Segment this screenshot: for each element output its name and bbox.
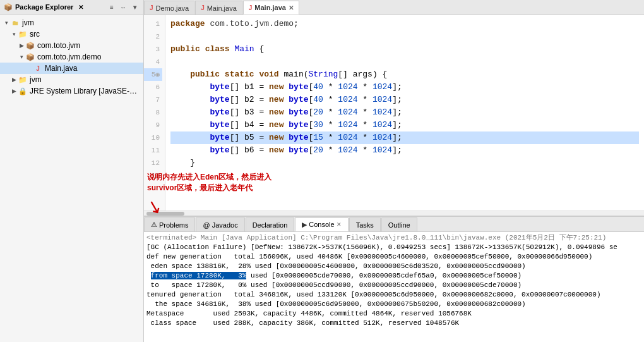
- tab-close-icon[interactable]: ✕: [289, 4, 294, 11]
- line-num-5: 5◉: [144, 68, 162, 81]
- horizontal-scrollbar[interactable]: [144, 211, 644, 216]
- tree-arrow-jre: ▶: [10, 87, 18, 95]
- line-num-8: 8: [144, 106, 162, 119]
- line-num-13: 13: [144, 169, 162, 182]
- tab-main-java-2[interactable]: J Main.java ✕: [243, 1, 299, 15]
- code-line-12: }: [170, 157, 639, 169]
- package-explorer: 📦 Package Explorer ✕ ≡ ↔ ▾ ▾ 🖿 jvm ▾ 📁 s…: [0, 0, 144, 342]
- tab-label-main1: Main.java: [207, 4, 237, 12]
- editor-tabs: J Demo.java J Main.java J Main.java ✕: [144, 0, 644, 15]
- panel-toolbar: ≡ ↔ ▾: [107, 2, 140, 12]
- code-line-11: byte[] b6 = new byte[20 * 1024 * 1024];: [170, 144, 639, 157]
- code-line-1: package com.toto.jvm.demo;: [170, 18, 639, 30]
- code-content[interactable]: package com.toto.jvm.demo; public class …: [165, 15, 644, 211]
- project-icon: 🖿: [10, 18, 20, 28]
- tab-label-main2: Main.java: [254, 4, 286, 11]
- console-line-0: [GC (Allocation Failure) [DefNew: 138672…: [146, 243, 641, 252]
- from-space-highlight: from space 17280K, 3%: [151, 272, 247, 279]
- tab-problems[interactable]: ⚠ Problems: [144, 217, 195, 231]
- tree-label-jvm2: jvm: [30, 75, 42, 84]
- view-menu-icon[interactable]: ▾: [129, 2, 140, 12]
- console-line-1: def new generation total 156096K, used 4…: [146, 252, 641, 262]
- tab-outline[interactable]: Outline: [381, 217, 417, 231]
- code-editor: 1 2 3 4 5◉ 6 7 8 9 10 11 12 13 package c…: [144, 15, 644, 211]
- package-explorer-icon: 📦: [4, 3, 13, 11]
- tree-label-main: Main.java: [45, 64, 77, 73]
- tab-label-outline: Outline: [388, 221, 410, 229]
- tab-label-javadoc: @ Javadoc: [203, 221, 237, 229]
- tab-console[interactable]: ▶ Console ✕: [295, 217, 348, 231]
- tab-tasks[interactable]: Tasks: [349, 217, 381, 231]
- tree-arrow-src: ▾: [10, 30, 18, 38]
- console-line-5: tenured generation total 346816K, used 1…: [146, 290, 641, 300]
- tab-javadoc[interactable]: @ Javadoc: [196, 217, 244, 231]
- console-output: <terminated> Main [Java Application] C:\…: [144, 232, 644, 342]
- code-line-7: byte[] b2 = new byte[40 * 1024 * 1024];: [170, 94, 639, 106]
- panel-close-icon[interactable]: ✕: [78, 4, 83, 11]
- tree-label-jre: JRE System Library [JavaSE-…: [30, 87, 137, 95]
- jre-icon: 🔒: [18, 86, 28, 96]
- line-num-7: 7: [144, 94, 162, 106]
- console-line-7: Metaspace used 2593K, capacity 4486K, co…: [146, 309, 641, 319]
- tree-item-jre[interactable]: ▶ 🔒 JRE System Library [JavaSE-…: [0, 85, 143, 97]
- collapse-all-icon[interactable]: ≡: [107, 2, 117, 12]
- tab-icon-main2: J: [249, 4, 253, 11]
- link-with-editor-icon[interactable]: ↔: [118, 2, 128, 12]
- code-line-3: public class Main {: [170, 43, 639, 56]
- tab-label-demo: Demo.java: [156, 4, 189, 12]
- console-terminated-line: <terminated> Main [Java Application] C:\…: [146, 233, 641, 243]
- tab-label-tasks: Tasks: [356, 221, 374, 229]
- code-line-13: [170, 169, 639, 182]
- src-folder-icon: 📁: [18, 29, 28, 39]
- tree-arrow-demo: ▾: [18, 53, 25, 61]
- bottom-tabs: ⚠ Problems @ Javadoc Declaration ▶ Conso…: [144, 217, 644, 232]
- tree-item-com-toto-jvm[interactable]: ▶ 📦 com.toto.jvm: [0, 40, 143, 51]
- tree-label-com-toto-jvm: com.toto.jvm: [37, 41, 80, 50]
- tree-item-src[interactable]: ▾ 📁 src: [0, 28, 143, 40]
- line-num-11: 11: [144, 144, 162, 157]
- problems-icon: ⚠: [151, 221, 157, 229]
- tree-item-jvm-folder[interactable]: ▶ 📁 jvm: [0, 74, 143, 85]
- console-close-icon[interactable]: ✕: [337, 221, 342, 228]
- package-icon-1: 📦: [25, 40, 35, 51]
- panel-title-bar: 📦 Package Explorer ✕ ≡ ↔ ▾: [0, 0, 143, 15]
- tab-label-declaration: Declaration: [253, 221, 288, 229]
- console-line-2: eden space 138816K, 28% used [0x00000005…: [146, 262, 641, 271]
- line-num-1: 1: [144, 18, 162, 30]
- right-panel: J Demo.java J Main.java J Main.java ✕ 1 …: [144, 0, 644, 342]
- console-line-6: the space 346816K, 38% used [0x00000005c…: [146, 300, 641, 309]
- tree-item-main-java[interactable]: ▶ J Main.java: [0, 63, 143, 74]
- tab-demo-java[interactable]: J Demo.java: [144, 1, 194, 15]
- code-line-2: [170, 30, 639, 43]
- code-line-4: [170, 56, 639, 68]
- tab-declaration[interactable]: Declaration: [246, 217, 295, 231]
- line-num-10: 10: [144, 131, 162, 144]
- console-icon: ▶: [302, 221, 307, 229]
- console-line-3: from space 17280K, 3% used [0x00000005cd…: [146, 271, 641, 281]
- tree-label-jvm: jvm: [22, 18, 34, 27]
- tab-label-problems: Problems: [159, 221, 188, 229]
- line-num-3: 3: [144, 43, 162, 56]
- tab-icon-demo: J: [150, 4, 153, 11]
- tree-label-demo: com.toto.jvm.demo: [37, 52, 101, 61]
- line-num-4: 4: [144, 56, 162, 68]
- tree-arrow-jvm: ▾: [3, 19, 10, 27]
- jvm-folder-icon: 📁: [18, 75, 28, 85]
- tab-icon-main1: J: [201, 4, 205, 11]
- tree-arrow-jvm2: ▶: [10, 76, 18, 83]
- tree-item-com-toto-jvm-demo[interactable]: ▾ 📦 com.toto.jvm.demo: [0, 51, 143, 63]
- code-line-10: byte[] b5 = new byte[15 * 1024 * 1024];: [170, 131, 639, 144]
- tree-item-jvm[interactable]: ▾ 🖿 jvm: [0, 17, 143, 28]
- line-num-12: 12: [144, 157, 162, 169]
- line-num-9: 9: [144, 119, 162, 131]
- tab-label-console: Console: [309, 221, 334, 228]
- tab-main-java-1[interactable]: J Main.java: [195, 1, 242, 15]
- line-num-2: 2: [144, 30, 162, 43]
- code-line-5: public static void main(String[] args) {: [170, 68, 639, 81]
- line-num-6: 6: [144, 81, 162, 94]
- console-line-4: to space 17280K, 0% used [0x00000005ccd9…: [146, 281, 641, 290]
- java-file-icon-main: J: [33, 63, 43, 73]
- code-line-8: byte[] b3 = new byte[20 * 1024 * 1024];: [170, 106, 639, 119]
- code-line-9: byte[] b4 = new byte[30 * 1024 * 1024];: [170, 119, 639, 131]
- scroll-thumb: [146, 212, 184, 216]
